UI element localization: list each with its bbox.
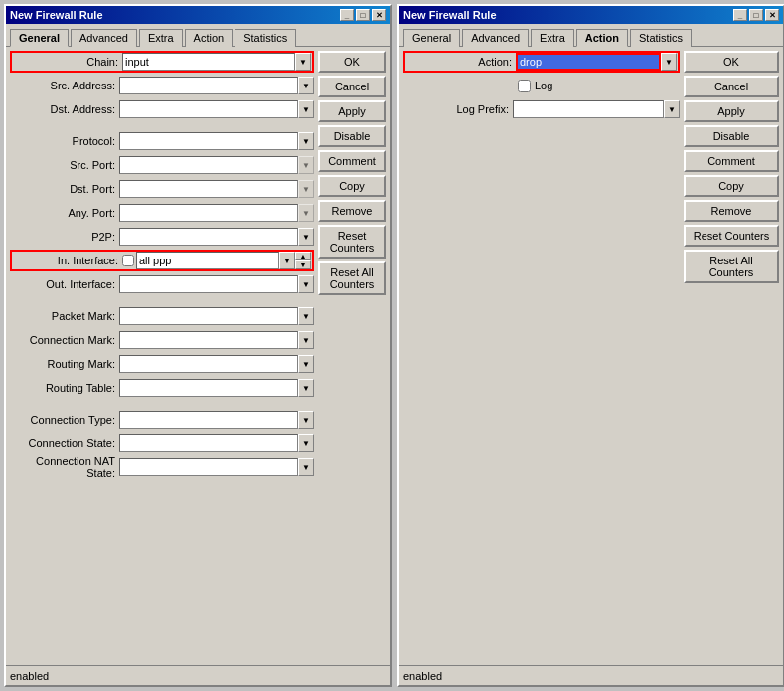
out-interface-input[interactable] xyxy=(119,275,298,293)
connection-nat-state-dropdown-btn[interactable]: ▼ xyxy=(298,458,314,476)
protocol-label: Protocol: xyxy=(10,135,119,147)
tab-extra-2[interactable]: Extra xyxy=(531,29,574,47)
log-prefix-control: ▼ xyxy=(513,100,680,118)
src-address-dropdown-btn[interactable]: ▼ xyxy=(298,77,314,94)
chain-dropdown-btn[interactable]: ▼ xyxy=(295,53,311,71)
maximize-btn-1[interactable]: □ xyxy=(356,9,370,21)
src-port-label: Src. Port: xyxy=(10,159,119,171)
connection-type-dropdown-btn[interactable]: ▼ xyxy=(298,411,314,429)
connection-state-label: Connection State: xyxy=(10,437,119,449)
packet-mark-dropdown-btn[interactable]: ▼ xyxy=(298,307,314,325)
form-panel-1: Chain: ▼ Src. Address: ▼ Dst. Address: xyxy=(10,51,314,661)
cancel-btn-2[interactable]: Cancel xyxy=(684,76,779,97)
src-address-input[interactable] xyxy=(119,77,298,94)
copy-btn-1[interactable]: Copy xyxy=(318,175,386,197)
routing-mark-dropdown-btn[interactable]: ▼ xyxy=(298,355,314,373)
packet-mark-input[interactable] xyxy=(119,307,298,325)
src-port-input[interactable] xyxy=(119,156,298,174)
connection-nat-state-input[interactable] xyxy=(119,458,298,476)
in-interface-up-btn[interactable]: ▲ xyxy=(295,252,311,260)
apply-btn-1[interactable]: Apply xyxy=(318,100,386,122)
tab-statistics-2[interactable]: Statistics xyxy=(630,29,692,47)
log-prefix-label: Log Prefix: xyxy=(403,103,513,115)
protocol-dropdown-btn[interactable]: ▼ xyxy=(298,132,314,150)
tab-general-1[interactable]: General xyxy=(10,29,69,47)
connection-type-row: Connection Type: ▼ xyxy=(10,409,314,431)
connection-type-control: ▼ xyxy=(119,411,314,429)
remove-btn-2[interactable]: Remove xyxy=(684,200,779,222)
in-interface-input[interactable] xyxy=(136,252,279,269)
comment-btn-2[interactable]: Comment xyxy=(684,150,779,172)
p2p-row: P2P: ▼ xyxy=(10,226,314,248)
in-interface-control: ▼ ▲ ▼ xyxy=(122,252,311,269)
comment-btn-1[interactable]: Comment xyxy=(318,150,386,172)
protocol-control: ▼ xyxy=(119,132,314,150)
p2p-input[interactable] xyxy=(119,228,298,246)
connection-mark-dropdown-btn[interactable]: ▼ xyxy=(298,331,314,349)
connection-state-input[interactable] xyxy=(119,434,298,452)
ok-btn-1[interactable]: OK xyxy=(318,51,386,73)
routing-mark-input[interactable] xyxy=(119,355,298,373)
action-dropdown-btn[interactable]: ▼ xyxy=(661,53,677,71)
any-port-row: Any. Port: ▼ xyxy=(10,202,314,224)
minimize-btn-1[interactable]: _ xyxy=(340,9,354,21)
tab-action-1[interactable]: Action xyxy=(185,29,234,47)
p2p-label: P2P: xyxy=(10,231,119,243)
status-bar-2: enabled xyxy=(399,665,783,685)
window1-title: New Firewall Rule xyxy=(10,9,103,21)
chain-input[interactable] xyxy=(122,53,295,71)
routing-mark-label: Routing Mark: xyxy=(10,358,119,370)
disable-btn-2[interactable]: Disable xyxy=(684,125,779,147)
p2p-dropdown-btn[interactable]: ▼ xyxy=(298,228,314,246)
protocol-input[interactable] xyxy=(119,132,298,150)
tab-advanced-1[interactable]: Advanced xyxy=(71,29,137,47)
routing-mark-control: ▼ xyxy=(119,355,314,373)
maximize-btn-2[interactable]: □ xyxy=(749,9,763,21)
connection-state-dropdown-btn[interactable]: ▼ xyxy=(298,434,314,452)
reset-all-counters-btn-1[interactable]: Reset All Counters xyxy=(318,261,386,295)
dst-address-input[interactable] xyxy=(119,100,298,118)
minimize-btn-2[interactable]: _ xyxy=(733,9,747,21)
in-interface-row: In. Interface: ▼ ▲ ▼ xyxy=(10,250,314,271)
in-interface-checkbox[interactable] xyxy=(122,255,134,266)
routing-table-input[interactable] xyxy=(119,379,298,397)
tab-general-2[interactable]: General xyxy=(403,29,460,47)
tab-advanced-2[interactable]: Advanced xyxy=(462,29,529,47)
dst-address-dropdown-btn[interactable]: ▼ xyxy=(298,100,314,118)
routing-table-label: Routing Table: xyxy=(10,382,119,394)
protocol-row: Protocol: ▼ xyxy=(10,130,314,152)
connection-type-input[interactable] xyxy=(119,411,298,429)
title-bar-2: New Firewall Rule _ □ ✕ xyxy=(399,6,783,24)
dst-address-row: Dst. Address: ▼ xyxy=(10,98,314,120)
connection-state-control: ▼ xyxy=(119,434,314,452)
log-prefix-input[interactable] xyxy=(513,100,664,118)
reset-counters-btn-2[interactable]: Reset Counters xyxy=(684,225,779,247)
disable-btn-1[interactable]: Disable xyxy=(318,125,386,147)
connection-mark-input[interactable] xyxy=(119,331,298,349)
any-port-label: Any. Port: xyxy=(10,207,119,219)
tab-extra-1[interactable]: Extra xyxy=(139,29,183,47)
in-interface-dropdown-btn[interactable]: ▼ xyxy=(279,252,295,269)
copy-btn-2[interactable]: Copy xyxy=(684,175,779,197)
tab-statistics-1[interactable]: Statistics xyxy=(235,29,296,47)
action-input[interactable] xyxy=(516,53,661,71)
remove-btn-1[interactable]: Remove xyxy=(318,200,386,222)
out-interface-dropdown-btn[interactable]: ▼ xyxy=(298,275,314,293)
close-btn-1[interactable]: ✕ xyxy=(372,9,386,21)
close-btn-2[interactable]: ✕ xyxy=(765,9,779,21)
window2-title: New Firewall Rule xyxy=(403,9,497,21)
connection-nat-state-control: ▼ xyxy=(119,458,314,476)
log-prefix-dropdown-btn[interactable]: ▼ xyxy=(664,100,680,118)
tab-action-2[interactable]: Action xyxy=(576,29,628,47)
log-checkbox[interactable] xyxy=(518,80,531,92)
cancel-btn-1[interactable]: Cancel xyxy=(318,76,386,97)
routing-table-dropdown-btn[interactable]: ▼ xyxy=(298,379,314,397)
reset-counters-btn-1[interactable]: Reset Counters xyxy=(318,225,386,259)
reset-all-counters-btn-2[interactable]: Reset All Counters xyxy=(684,250,779,283)
dst-port-input[interactable] xyxy=(119,180,298,198)
apply-btn-2[interactable]: Apply xyxy=(684,100,779,122)
any-port-input[interactable] xyxy=(119,204,298,222)
src-address-row: Src. Address: ▼ xyxy=(10,75,314,96)
ok-btn-2[interactable]: OK xyxy=(684,51,779,73)
in-interface-down-btn[interactable]: ▼ xyxy=(295,260,311,269)
